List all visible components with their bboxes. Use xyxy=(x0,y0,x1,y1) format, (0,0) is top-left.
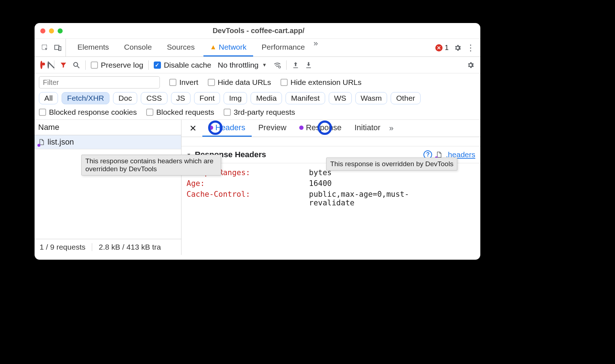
warning-icon: ▲ xyxy=(210,43,217,51)
preserve-log-checkbox[interactable]: Preserve log xyxy=(91,61,143,69)
more-tabs-icon[interactable]: » xyxy=(311,39,320,56)
devtools-window: DevTools - coffee-cart.app/ Elements Con… xyxy=(35,23,480,260)
header-name: Age: xyxy=(187,179,309,188)
record-icon[interactable] xyxy=(40,62,42,68)
request-row[interactable]: list.json xyxy=(35,135,181,149)
transfer-size: 2.8 kB / 413 kB tra xyxy=(99,243,161,251)
header-value: 16400 xyxy=(309,179,332,188)
hide-data-urls-checkbox[interactable]: Hide data URLs xyxy=(208,78,271,87)
detail-tab-response[interactable]: Response xyxy=(293,120,348,137)
filter-type-media[interactable]: Media xyxy=(251,92,282,104)
header-row: Cache-Control: public,max-age=0,must-rev… xyxy=(187,190,475,207)
request-list: Name list.json 1 / 9 requests 2.8 kB / 4… xyxy=(35,120,181,255)
filter-type-wasm[interactable]: Wasm xyxy=(355,92,387,104)
network-toolbar: Preserve log Disable cache No throttling… xyxy=(35,57,480,73)
filter-type-fetch-xhr[interactable]: Fetch/XHR xyxy=(62,92,109,104)
tab-network[interactable]: ▲ Network xyxy=(203,39,253,56)
throttling-select[interactable]: No throttling ▼ xyxy=(216,61,268,69)
svg-line-4 xyxy=(77,66,80,68)
settings-icon[interactable] xyxy=(454,44,462,52)
filter-type-css[interactable]: CSS xyxy=(141,92,167,104)
blocked-response-cookies-checkbox[interactable]: Blocked response cookies xyxy=(39,108,137,117)
maximize-window-button[interactable] xyxy=(58,28,63,33)
export-har-icon[interactable] xyxy=(292,61,300,69)
name-column-header[interactable]: Name xyxy=(35,120,181,135)
titlebar: DevTools - coffee-cart.app/ xyxy=(35,23,480,39)
invert-checkbox[interactable]: Invert xyxy=(169,78,198,87)
detail-tabs: ✕ Headers Preview Response Initiator » xyxy=(181,120,480,137)
clear-icon[interactable] xyxy=(48,62,49,68)
blocked-requests-checkbox[interactable]: Blocked requests xyxy=(146,108,214,117)
svg-point-3 xyxy=(74,62,78,66)
filter-icon[interactable] xyxy=(59,61,67,69)
filter-type-all[interactable]: All xyxy=(39,92,58,104)
header-value: public,max-age=0,must-revalidate xyxy=(309,190,424,207)
disable-cache-checkbox[interactable]: Disable cache xyxy=(154,61,211,69)
filter-type-doc[interactable]: Doc xyxy=(113,92,137,104)
override-dot-icon xyxy=(209,126,213,130)
status-bar: 1 / 9 requests 2.8 kB / 413 kB tra xyxy=(35,239,181,255)
filter-input[interactable] xyxy=(39,76,160,88)
filter-type-manifest[interactable]: Manifest xyxy=(286,92,325,104)
file-icon xyxy=(38,138,45,146)
request-filename: list.json xyxy=(48,137,74,147)
minimize-window-button[interactable] xyxy=(49,28,54,33)
device-toolbar-icon[interactable] xyxy=(54,44,62,52)
request-count: 1 / 9 requests xyxy=(40,243,85,251)
close-detail-button[interactable]: ✕ xyxy=(184,123,202,133)
tooltip-headers-override: This response contains headers which are… xyxy=(81,155,221,176)
more-detail-tabs-icon[interactable]: » xyxy=(387,124,396,133)
filter-type-js[interactable]: JS xyxy=(171,92,191,104)
request-detail: ✕ Headers Preview Response Initiator » ▼ xyxy=(181,120,480,255)
traffic-lights xyxy=(40,28,63,33)
network-settings-icon[interactable] xyxy=(467,61,475,69)
error-icon: ✕ xyxy=(435,44,443,51)
search-icon[interactable] xyxy=(72,61,80,69)
filter-type-ws[interactable]: WS xyxy=(329,92,352,104)
close-window-button[interactable] xyxy=(40,28,45,33)
hide-extension-urls-checkbox[interactable]: Hide extension URLs xyxy=(280,78,362,87)
detail-tab-preview[interactable]: Preview xyxy=(252,120,293,137)
window-title: DevTools - coffee-cart.app/ xyxy=(63,27,454,35)
import-har-icon[interactable] xyxy=(305,61,313,69)
tooltip-response-override: This response is overridden by DevTools xyxy=(326,158,457,170)
third-party-checkbox[interactable]: 3rd-party requests xyxy=(224,108,295,117)
content-area: Name list.json 1 / 9 requests 2.8 kB / 4… xyxy=(35,120,480,255)
filter-bar: Invert Hide data URLs Hide extension URL… xyxy=(35,73,480,120)
chevron-down-icon: ▼ xyxy=(262,62,267,68)
override-indicator-icon xyxy=(37,144,40,147)
filter-type-img[interactable]: Img xyxy=(224,92,247,104)
error-count-badge[interactable]: ✕ 1 xyxy=(435,44,449,52)
filter-type-font[interactable]: Font xyxy=(194,92,220,104)
detail-tab-initiator[interactable]: Initiator xyxy=(348,120,387,137)
tab-sources[interactable]: Sources xyxy=(161,39,201,56)
panel-tabsbar: Elements Console Sources ▲ Network Perfo… xyxy=(35,39,480,57)
network-conditions-icon[interactable] xyxy=(273,61,281,69)
response-headers-list: Accept-Ranges: bytes Age: 16400 Cache-Co… xyxy=(181,163,480,212)
more-options-icon[interactable]: ⋮ xyxy=(467,44,475,52)
tab-console[interactable]: Console xyxy=(118,39,158,56)
header-name: Cache-Control: xyxy=(187,190,309,207)
tab-performance[interactable]: Performance xyxy=(255,39,311,56)
detail-tab-headers[interactable]: Headers xyxy=(202,120,252,137)
tab-elements[interactable]: Elements xyxy=(71,39,116,56)
override-dot-icon xyxy=(299,126,304,130)
svg-point-5 xyxy=(279,66,281,68)
filter-type-other[interactable]: Other xyxy=(391,92,421,104)
inspect-element-icon[interactable] xyxy=(41,44,49,52)
header-row: Age: 16400 xyxy=(187,179,475,188)
